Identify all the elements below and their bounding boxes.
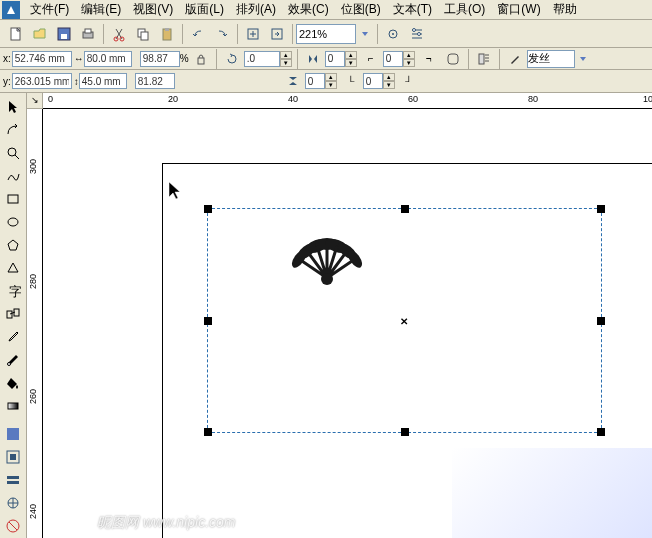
menu-bitmaps[interactable]: 位图(B) [335, 0, 387, 20]
wrap-text-button[interactable] [473, 48, 495, 70]
corner-tl-button[interactable]: ⌐ [360, 48, 382, 70]
outline-tool[interactable] [2, 349, 24, 370]
handle-bm[interactable] [401, 428, 409, 436]
menu-view[interactable]: 视图(V) [127, 0, 179, 20]
import-button[interactable] [242, 23, 264, 45]
open-button[interactable] [29, 23, 51, 45]
snap-button[interactable] [382, 23, 404, 45]
menu-window[interactable]: 窗口(W) [491, 0, 546, 20]
pick-tool[interactable] [2, 96, 24, 117]
shape-tool[interactable] [2, 119, 24, 140]
zoom-dropdown[interactable] [357, 23, 373, 45]
fill-tool[interactable] [2, 372, 24, 393]
outline-dropdown[interactable] [576, 48, 590, 70]
ext-tool-5[interactable] [2, 516, 24, 537]
blend-tool[interactable] [2, 303, 24, 324]
selection-frame[interactable]: ✕ [207, 208, 602, 433]
cursor-icon [167, 181, 183, 201]
scale-y-input[interactable] [135, 73, 175, 89]
spin3[interactable]: ▲▼ [403, 51, 415, 67]
toolbar-standard [0, 20, 652, 48]
rectangle-tool[interactable] [2, 188, 24, 209]
mirror-v-button[interactable] [282, 70, 304, 92]
cut-button[interactable] [108, 23, 130, 45]
dup-y2-input[interactable] [363, 73, 383, 89]
spin1[interactable]: ▲▼ [345, 51, 357, 67]
handle-tl[interactable] [204, 205, 212, 213]
rotation-input[interactable] [244, 51, 280, 67]
object-x-input[interactable] [12, 51, 72, 67]
ruler-origin[interactable]: ↘ [27, 93, 43, 109]
menu-help[interactable]: 帮助 [547, 0, 583, 20]
corner-bl-button[interactable]: └ [340, 70, 362, 92]
svg-point-15 [413, 28, 416, 31]
paste-button[interactable] [156, 23, 178, 45]
canvas[interactable]: ↘ 0 20 40 60 80 100 300 280 260 240 ✕ [27, 93, 652, 538]
ext-tool-3[interactable] [2, 470, 24, 491]
ext-tool-2[interactable] [2, 447, 24, 468]
svg-rect-19 [479, 54, 484, 64]
object-width-input[interactable] [84, 51, 132, 67]
dup-y-input[interactable] [305, 73, 325, 89]
ruler-tick: 300 [28, 159, 38, 174]
fan-ornament-object[interactable] [287, 233, 367, 288]
ruler-tick: 100 [643, 94, 652, 104]
dup-x-input[interactable] [325, 51, 345, 67]
rotation-spinner[interactable]: ▲▼ [280, 51, 292, 67]
svg-rect-1 [58, 28, 70, 40]
ruler-tick: 80 [528, 94, 538, 104]
corner-br-button[interactable]: ┘ [398, 70, 420, 92]
spin4[interactable]: ▲▼ [383, 73, 395, 89]
outline-width-select[interactable] [527, 50, 575, 68]
svg-point-6 [120, 37, 124, 41]
property-bar: x: ↔ % ▲▼ ▲▼ ⌐ ▲▼ ¬ [0, 48, 652, 70]
mirror-h-button[interactable] [302, 48, 324, 70]
print-button[interactable] [77, 23, 99, 45]
menu-file[interactable]: 文件(F) [24, 0, 75, 20]
redo-button[interactable] [211, 23, 233, 45]
handle-mr[interactable] [597, 317, 605, 325]
svg-rect-0 [11, 28, 20, 40]
options-button[interactable] [406, 23, 428, 45]
handle-tm[interactable] [401, 205, 409, 213]
menu-arrange[interactable]: 排列(A) [230, 0, 282, 20]
menu-edit[interactable]: 编辑(E) [75, 0, 127, 20]
menu-effects[interactable]: 效果(C) [282, 0, 335, 20]
spin2[interactable]: ▲▼ [325, 73, 337, 89]
polygon-tool[interactable] [2, 234, 24, 255]
scale-x-input[interactable] [140, 51, 180, 67]
handle-br[interactable] [597, 428, 605, 436]
object-y-input[interactable] [12, 73, 72, 89]
svg-rect-29 [7, 451, 19, 463]
handle-bl[interactable] [204, 428, 212, 436]
zoom-select[interactable] [296, 24, 356, 44]
dup-x2-input[interactable] [383, 51, 403, 67]
zoom-tool[interactable] [2, 142, 24, 163]
rotation-icon [221, 48, 243, 70]
ext-tool-1[interactable] [2, 424, 24, 445]
export-button[interactable] [266, 23, 288, 45]
interactive-fill-tool[interactable] [2, 395, 24, 416]
freehand-tool[interactable] [2, 165, 24, 186]
lock-ratio-button[interactable] [190, 48, 212, 70]
text-tool[interactable]: 字 [2, 280, 24, 301]
svg-rect-11 [248, 29, 258, 39]
eyedropper-tool[interactable] [2, 326, 24, 347]
svg-rect-31 [7, 476, 19, 479]
new-button[interactable] [5, 23, 27, 45]
menu-text[interactable]: 文本(T) [387, 0, 438, 20]
undo-button[interactable] [187, 23, 209, 45]
app-logo [2, 1, 20, 19]
handle-tr[interactable] [597, 205, 605, 213]
ellipse-tool[interactable] [2, 211, 24, 232]
ext-tool-4[interactable] [2, 493, 24, 514]
menu-layout[interactable]: 版面(L) [179, 0, 230, 20]
menu-tools[interactable]: 工具(O) [438, 0, 491, 20]
save-button[interactable] [53, 23, 75, 45]
handle-ml[interactable] [204, 317, 212, 325]
corner-tr-button[interactable]: ¬ [418, 48, 440, 70]
round-corner-button[interactable] [442, 48, 464, 70]
object-height-input[interactable] [79, 73, 127, 89]
basic-shapes-tool[interactable] [2, 257, 24, 278]
copy-button[interactable] [132, 23, 154, 45]
